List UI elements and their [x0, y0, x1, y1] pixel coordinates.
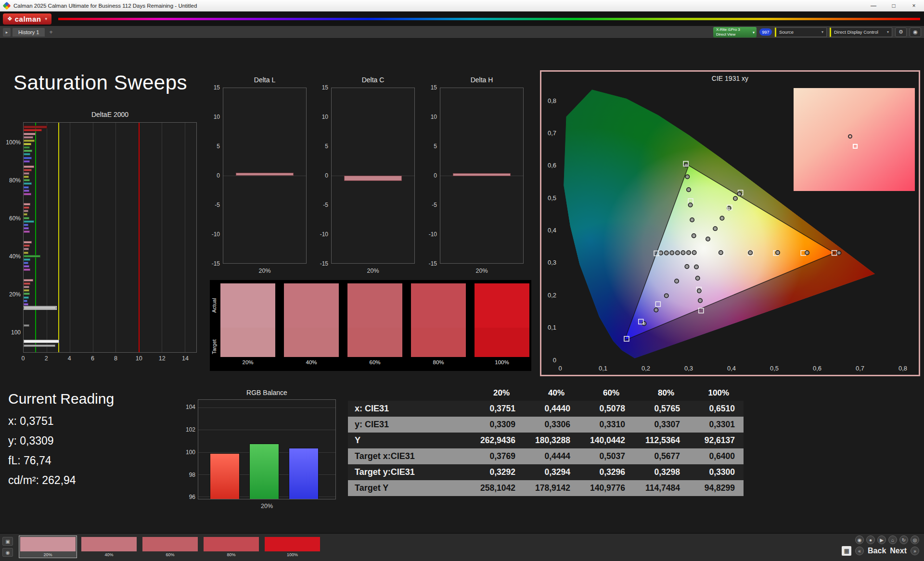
svg-text:0,7: 0,7: [548, 129, 556, 137]
window-controls: — □ ×: [863, 0, 924, 11]
y-axis-ticks: 1041021009896: [185, 399, 196, 499]
collapse-panel-button[interactable]: ▸: [3, 28, 11, 37]
tab-history-1[interactable]: History 1: [13, 28, 45, 37]
x-axis-label: 20%: [331, 268, 415, 274]
home-button[interactable]: ⌂: [888, 536, 897, 544]
saturation-swatch: 60%: [347, 283, 402, 365]
refresh-button[interactable]: ↻: [899, 536, 908, 544]
fast-forward-icon[interactable]: »: [911, 547, 919, 555]
rainbow-strip: [58, 18, 920, 20]
chart-plot: [198, 399, 336, 499]
cie-title: CIE 1931 xy: [541, 75, 919, 82]
y-axis-ticks: 151050-5-10-15: [427, 88, 438, 264]
page-title: Saturation Sweeps: [13, 71, 187, 94]
pattern-swatch-40[interactable]: 40%: [80, 536, 138, 558]
inset-target-point: [853, 144, 858, 149]
reading-cdm2: cd/m²: 262,94: [8, 474, 114, 487]
saturation-swatch: 100%: [475, 283, 529, 365]
calman-diamond-icon: ❖: [7, 15, 13, 22]
chart-plot: [223, 88, 307, 264]
bottom-swatches: 20%40%60%80%100%: [19, 536, 321, 558]
table-row: x: CIE310,37510,44400,50780,57650,6510: [348, 401, 744, 417]
display-control-label: Direct Display Control: [834, 29, 878, 35]
deltae-2000-chart: DeltaE 2000 100%80%60%40%20%100 02468101…: [8, 111, 203, 374]
chart-plot: [440, 88, 524, 264]
actual-target-swatch-strip: Actual Target 20%40%60%80%100%: [210, 280, 531, 371]
reading-y: y: 0,3309: [8, 434, 114, 447]
deltae-row-labels: 100%80%60%40%20%100: [8, 122, 22, 353]
camera-small-button[interactable]: ◉: [2, 548, 13, 557]
settings-gear-icon[interactable]: ⚙: [895, 27, 907, 37]
green-bar: [249, 444, 279, 499]
power-icon[interactable]: ◉: [910, 27, 921, 37]
chevron-down-icon: ▾: [887, 30, 889, 34]
play-button[interactable]: ▶: [877, 536, 886, 544]
record-button[interactable]: ●: [866, 536, 875, 544]
source-dropdown[interactable]: Source ▾: [775, 27, 827, 37]
pattern-swatch-100[interactable]: 100%: [264, 536, 321, 558]
cie-1931-panel: CIE 1931 xy: [540, 70, 920, 376]
x-axis-label: 20%: [223, 268, 307, 274]
svg-text:0,3: 0,3: [684, 365, 693, 372]
x-axis-label: 20%: [440, 268, 524, 274]
meter-button[interactable]: X-Rite i1Pro 3 Direct View ▾: [713, 27, 757, 38]
reading-x: x: 0,3751: [8, 415, 114, 428]
chart-title: Delta C: [331, 76, 415, 84]
svg-text:0,1: 0,1: [599, 365, 607, 372]
calman-menu-button[interactable]: ❖ calman ▾: [3, 13, 51, 25]
maximize-button[interactable]: □: [884, 0, 904, 11]
pattern-swatch-20[interactable]: 20%: [19, 536, 77, 558]
actual-label: Actual: [211, 285, 219, 326]
rgb-balance-chart: RGB Balance 1041021009896 20%: [185, 385, 340, 514]
screen-button[interactable]: ▣: [2, 537, 13, 546]
chart-title: RGB Balance: [198, 389, 336, 396]
svg-text:0,7: 0,7: [856, 365, 864, 372]
swatch-strip-items: 20%40%60%80%100%: [220, 283, 529, 365]
rewind-icon[interactable]: «: [855, 547, 864, 555]
x-axis-label: 20%: [198, 503, 336, 510]
toolbar-right-controls: X-Rite i1Pro 3 Direct View ▾ 997 Source …: [713, 27, 921, 38]
table-row: Target x:CIE310,37690,44440,50370,56770,…: [348, 448, 744, 464]
delta-h-chart: Delta H 151050-5-10-15 20%: [427, 76, 525, 280]
chevron-down-icon: ▾: [821, 30, 823, 34]
svg-text:0,2: 0,2: [642, 365, 650, 372]
svg-text:0,6: 0,6: [548, 162, 556, 169]
svg-text:0,8: 0,8: [898, 365, 907, 372]
window-titlebar: Calman 2025 Calman Ultimate for Business…: [0, 0, 924, 12]
saturation-swatch: 40%: [284, 283, 339, 365]
add-tab-button[interactable]: +: [47, 29, 54, 36]
close-button[interactable]: ×: [904, 0, 924, 11]
back-button[interactable]: Back: [868, 547, 886, 555]
meter-mode: Direct View: [716, 32, 757, 37]
bottom-left-buttons: ▣◉: [2, 537, 13, 557]
saturation-swatch: 80%: [411, 283, 466, 365]
chart-title: Delta L: [223, 76, 307, 84]
meter-count-badge[interactable]: 997: [759, 28, 772, 36]
pattern-window-button[interactable]: ▦: [842, 546, 851, 556]
bottom-right-controls: ◉●▶⌂↻◎ ▦ « Back Next »: [842, 536, 919, 556]
next-button[interactable]: Next: [890, 547, 907, 555]
current-reading-panel: Current Reading x: 0,3751 y: 0,3309 fL: …: [8, 391, 114, 494]
current-reading-title: Current Reading: [8, 391, 114, 407]
delta-l-chart: Delta L 151050-5-10-15 20%: [210, 76, 308, 280]
deltae-plot: [23, 122, 197, 353]
table-header-row: 20%40%60%80%100%: [348, 385, 744, 401]
deltae-x-ticks: 02468101214: [23, 355, 197, 363]
reading-fl: fL: 76,74: [8, 454, 114, 467]
table-row: Target y:CIE310,32920,32940,32960,32980,…: [348, 464, 744, 480]
display-control-dropdown[interactable]: Direct Display Control ▾: [830, 27, 892, 37]
svg-text:0,1: 0,1: [548, 324, 556, 331]
inset-measured-point: [848, 134, 852, 139]
blue-bar: [289, 448, 319, 499]
calman-logo-text: calman: [15, 15, 41, 23]
table-row: y: CIE310,33090,33060,33100,33070,3301: [348, 417, 744, 433]
camera-button[interactable]: ◉: [855, 536, 864, 544]
logo-caret-icon: ▾: [45, 16, 47, 21]
y-axis-ticks: 151050-5-10-15: [210, 88, 221, 264]
svg-text:0,5: 0,5: [548, 194, 556, 202]
minimize-button[interactable]: —: [863, 0, 884, 11]
pattern-swatch-80[interactable]: 80%: [203, 536, 260, 558]
power-button[interactable]: ◎: [911, 536, 919, 544]
svg-text:0,4: 0,4: [727, 365, 736, 372]
pattern-swatch-60[interactable]: 60%: [141, 536, 199, 558]
